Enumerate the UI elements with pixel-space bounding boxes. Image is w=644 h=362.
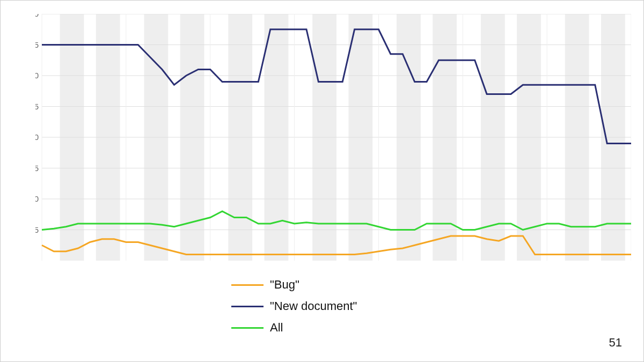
y-tick-label: 10 <box>35 194 39 203</box>
legend-swatch <box>231 327 264 329</box>
legend-item: "Bug" <box>231 274 357 295</box>
legend-label: "New document" <box>270 299 357 313</box>
legend-item: "New document" <box>231 295 357 317</box>
y-tick-label: 30 <box>35 71 39 80</box>
legend-label: All <box>270 321 283 335</box>
y-tick-label: 15 <box>35 164 39 173</box>
legend-swatch <box>231 284 264 286</box>
y-tick-label: 40 <box>35 14 39 18</box>
y-tick-label: 35 <box>35 40 39 49</box>
legend-item: All <box>231 317 357 338</box>
y-tick-label: 20 <box>35 132 39 142</box>
y-tick-label: 25 <box>35 102 39 111</box>
legend: "Bug""New document"All <box>231 274 357 338</box>
slide: 510152025303540 "Bug""New document"All 5… <box>0 0 644 362</box>
legend-label: "Bug" <box>270 278 299 292</box>
y-tick-label: 5 <box>35 225 39 234</box>
line-chart: 510152025303540 <box>35 14 631 266</box>
chart-svg: 510152025303540 <box>35 14 631 266</box>
legend-swatch <box>231 306 264 307</box>
page-number: 51 <box>609 336 622 350</box>
